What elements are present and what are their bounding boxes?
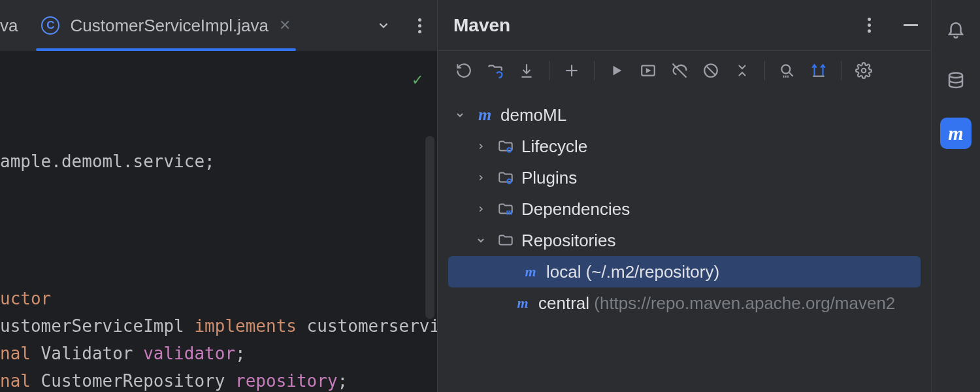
run-config-icon[interactable] — [634, 56, 662, 85]
tree-label: central (https://repo.maven.apache.org/m… — [538, 293, 895, 314]
toolbar-separator — [841, 61, 841, 80]
find-icon[interactable] — [773, 56, 802, 85]
svg-line-9 — [789, 73, 792, 76]
chevron-right-icon[interactable] — [472, 142, 490, 151]
tree-node-repo-central[interactable]: m central (https://repo.maven.apache.org… — [438, 287, 931, 319]
minimize-icon[interactable] — [904, 24, 918, 26]
maven-icon: m — [521, 263, 540, 280]
chevron-down-icon[interactable] — [376, 18, 391, 33]
refresh-icon[interactable] — [449, 56, 478, 85]
code-text: ; — [235, 344, 246, 363]
toolbar-separator — [764, 61, 765, 80]
tree-label: Repositories — [521, 231, 616, 251]
settings-icon[interactable] — [849, 56, 878, 85]
svg-marker-2 — [613, 66, 622, 76]
folder-library-icon — [497, 201, 515, 218]
java-class-icon: C — [41, 16, 59, 35]
maven-toolbar — [438, 51, 931, 90]
code-type: Validator — [31, 344, 143, 363]
code-text: ustomerServiceImpl — [0, 316, 194, 336]
maven-icon: m — [476, 105, 494, 125]
code-keyword: implements — [194, 316, 297, 336]
tree-label: demoML — [500, 105, 566, 125]
code-text: customerservice { — [297, 316, 437, 336]
checkmark-icon[interactable]: ✓ — [412, 65, 423, 93]
svg-point-22 — [949, 73, 962, 78]
chevron-down-icon[interactable] — [451, 110, 469, 120]
offline-icon[interactable] — [665, 56, 694, 85]
code-type: CustomerRepository — [31, 371, 235, 391]
code-keyword: uctor — [0, 289, 51, 308]
tree-label: local (~/.m2/repository) — [546, 262, 719, 282]
chevron-right-icon[interactable] — [472, 204, 490, 214]
code-field: validator — [143, 344, 235, 363]
tree-node-plugins[interactable]: Plugins — [438, 162, 931, 193]
kebab-menu-icon[interactable] — [852, 18, 887, 33]
tab-label: va — [0, 16, 18, 36]
notifications-icon[interactable] — [940, 13, 972, 44]
download-icon[interactable] — [512, 56, 541, 85]
svg-point-16 — [862, 69, 866, 73]
right-tool-rail: m — [932, 0, 980, 392]
maven-tool-button[interactable]: m — [940, 118, 972, 149]
tree-node-dependencies[interactable]: Dependencies — [438, 193, 931, 225]
skip-tests-icon[interactable] — [696, 56, 725, 85]
editor-pane: va C CustomerServiceImpl.java ✕ ✓ ample.… — [0, 0, 438, 392]
code-field: repository — [235, 371, 338, 391]
code-text: ample.demoml.service; — [0, 152, 215, 171]
maven-title: Maven — [453, 15, 835, 36]
show-dependencies-icon[interactable] — [804, 56, 833, 85]
repo-name: local — [546, 262, 586, 282]
tree-node-lifecycle[interactable]: Lifecycle — [438, 131, 931, 162]
maven-tool-window: Maven — [438, 0, 932, 392]
add-icon[interactable] — [557, 56, 586, 85]
editor-tab-active[interactable]: C CustomerServiceImpl.java ✕ — [29, 0, 302, 51]
tree-label: Plugins — [521, 168, 577, 188]
tab-label: CustomerServiceImpl.java — [70, 16, 268, 36]
svg-point-8 — [781, 65, 790, 73]
folder-icon — [497, 232, 515, 249]
svg-point-18 — [507, 179, 512, 184]
code-text: ; — [338, 371, 348, 391]
maven-header: Maven — [438, 0, 931, 51]
tree-node-repo-local[interactable]: m local (~/.m2/repository) — [448, 256, 921, 287]
svg-line-7 — [707, 67, 715, 75]
chevron-down-icon[interactable] — [472, 235, 490, 246]
database-icon[interactable] — [940, 65, 972, 97]
repo-url: (https://repo.maven.apache.org/maven2 — [594, 293, 895, 313]
code-keyword: nal — [0, 344, 31, 363]
chevron-right-icon[interactable] — [472, 173, 490, 182]
tree-label: Lifecycle — [521, 137, 587, 157]
repo-name: central — [538, 293, 594, 313]
collapse-all-icon[interactable] — [728, 56, 757, 85]
tree-node-repositories[interactable]: Repositories — [438, 225, 931, 256]
kebab-menu-icon[interactable] — [418, 18, 421, 33]
code-keyword: nal — [0, 371, 31, 391]
editor-tab-partial[interactable]: va — [0, 0, 29, 51]
folder-refresh-icon[interactable] — [481, 56, 510, 85]
run-icon[interactable] — [602, 56, 631, 85]
repo-path: (~/.m2/repository) — [586, 262, 719, 282]
editor-tab-bar: va C CustomerServiceImpl.java ✕ — [0, 0, 437, 51]
maven-icon: m — [948, 122, 963, 144]
folder-gear-icon — [497, 169, 515, 186]
code-editor[interactable]: ✓ ample.demoml.service; uctor ustomerSer… — [0, 51, 437, 392]
svg-marker-4 — [647, 69, 649, 72]
folder-gear-icon — [497, 138, 515, 155]
tree-label: Dependencies — [521, 199, 630, 220]
tree-node-project[interactable]: m demoML — [438, 99, 931, 131]
maven-tree: m demoML Lifecycle Plugins — [438, 90, 931, 392]
maven-icon: m — [514, 295, 532, 312]
toolbar-separator — [594, 61, 595, 80]
close-icon[interactable]: ✕ — [279, 17, 291, 34]
toolbar-separator — [549, 61, 549, 80]
vertical-scrollbar[interactable] — [425, 136, 434, 319]
svg-point-17 — [507, 148, 512, 152]
